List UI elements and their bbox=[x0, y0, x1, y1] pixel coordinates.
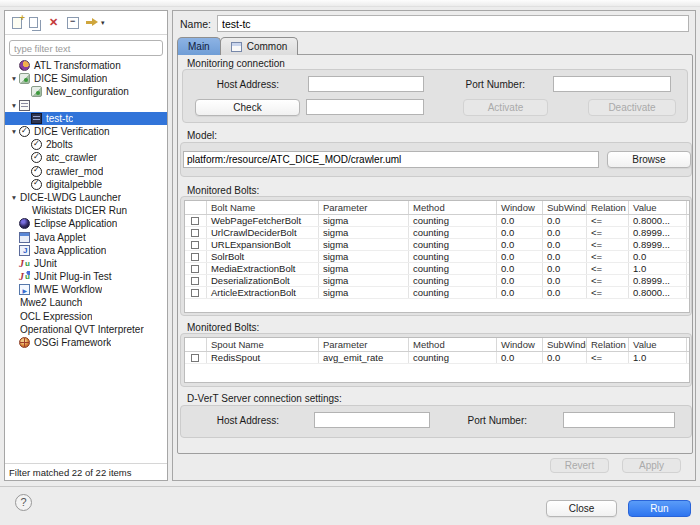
browse-button[interactable]: Browse bbox=[607, 151, 691, 168]
filter-launch-configs-icon[interactable] bbox=[86, 17, 98, 28]
row-checkbox[interactable] bbox=[191, 277, 199, 285]
expander-icon[interactable]: ▼ bbox=[9, 102, 19, 109]
column-header-parameter[interactable]: Parameter bbox=[319, 338, 409, 351]
tree-item-new-configuration[interactable]: New_configuration bbox=[5, 85, 167, 98]
common-tab-icon bbox=[231, 42, 242, 52]
table-cell: 0.0 bbox=[543, 227, 587, 238]
monitoring-host-input[interactable] bbox=[308, 76, 424, 92]
tree-item-2bolts[interactable]: 2bolts bbox=[5, 138, 167, 151]
close-button[interactable]: Close bbox=[546, 500, 617, 517]
tree-item-wikistats-dicer-run[interactable]: Wikistats DICER Run bbox=[5, 204, 167, 217]
tree-item-java-application[interactable]: Java Application bbox=[5, 244, 167, 257]
row-checkbox[interactable] bbox=[191, 265, 199, 273]
table-cell: 1.0 bbox=[629, 263, 687, 274]
dvert-host-input[interactable] bbox=[314, 412, 430, 428]
tree-item-mwe2-launch[interactable]: Mwe2 Launch bbox=[5, 296, 167, 309]
row-checkbox[interactable] bbox=[191, 241, 199, 249]
table-cell: counting bbox=[409, 287, 497, 298]
table-cell: ArticleExtractionBolt bbox=[207, 287, 319, 298]
tree-item-dice-simulation[interactable]: ▼DICE Simulation bbox=[5, 72, 167, 85]
name-input[interactable] bbox=[217, 15, 689, 32]
tree-item-junit-plug-in-test[interactable]: JUnit Plug-in Test bbox=[5, 270, 167, 283]
apply-button[interactable]: Apply bbox=[622, 458, 681, 473]
table-row[interactable]: MediaExtractionBoltsigmacounting0.00.0<=… bbox=[185, 263, 689, 275]
column-header-subwindo[interactable]: SubWindo bbox=[543, 201, 587, 214]
column-header-relation[interactable]: Relation bbox=[587, 201, 629, 214]
check-button[interactable]: Check bbox=[195, 99, 300, 116]
table-row[interactable]: URLExpansionBoltsigmacounting0.00.0<=0.8… bbox=[185, 239, 689, 251]
tree-item-osgi-framework[interactable]: OSGi Framework bbox=[5, 336, 167, 349]
checkbox-cell bbox=[185, 263, 207, 274]
activate-button[interactable]: Activate bbox=[463, 99, 548, 116]
table-row[interactable]: WebPageFetcherBoltsigmacounting0.00.0<=0… bbox=[185, 215, 689, 227]
expander-icon[interactable]: ▼ bbox=[9, 194, 19, 201]
tree-item-ocl-expression[interactable]: OCL Expression bbox=[5, 310, 167, 323]
tree-item-eclipse-application[interactable]: Eclipse Application bbox=[5, 217, 167, 230]
row-checkbox[interactable] bbox=[191, 217, 199, 225]
model-path-input[interactable] bbox=[183, 151, 599, 168]
tree-item-dice-lwdg-launcher[interactable]: ▼DICE-LWDG Launcher bbox=[5, 191, 167, 204]
help-button[interactable]: ? bbox=[15, 494, 32, 511]
tree-item-java-applet[interactable]: Java Applet bbox=[5, 230, 167, 243]
deactivate-button[interactable]: Deactivate bbox=[588, 99, 676, 116]
table-cell: DeserializationBolt bbox=[207, 275, 319, 286]
atl-icon bbox=[19, 60, 30, 71]
tree-item-mwe-workflow[interactable]: MWE Workflow bbox=[5, 283, 167, 296]
column-header-value[interactable]: Value bbox=[629, 338, 687, 351]
table-row[interactable]: ArticleExtractionBoltsigmacounting0.00.0… bbox=[185, 287, 689, 299]
collapse-all-icon[interactable] bbox=[67, 17, 79, 29]
monitored-spouts-label: Monitored Bolts: bbox=[187, 322, 259, 333]
tab-main[interactable]: Main bbox=[177, 37, 221, 55]
checkbox-cell bbox=[185, 215, 207, 226]
tree-item-atl-transformation[interactable]: ATL Transformation bbox=[5, 59, 167, 72]
tree-item-unnamed[interactable]: ▼ bbox=[5, 99, 167, 112]
expander-icon[interactable]: ▼ bbox=[9, 128, 19, 135]
delete-launch-config-icon[interactable] bbox=[47, 16, 60, 29]
doc-dark-icon bbox=[31, 113, 42, 124]
tree-item-digitalpebble[interactable]: digitalpebble bbox=[5, 178, 167, 191]
table-cell: 0.0 bbox=[543, 251, 587, 262]
run-button[interactable]: Run bbox=[628, 500, 691, 517]
duplicate-launch-config-icon[interactable] bbox=[29, 17, 38, 28]
check-result-field[interactable] bbox=[306, 99, 424, 115]
column-header-value[interactable]: Value bbox=[629, 201, 687, 214]
filter-input[interactable] bbox=[9, 40, 163, 56]
tree-item-dice-verification[interactable]: ▼DICE Verification bbox=[5, 125, 167, 138]
column-header-relation[interactable]: Relation bbox=[587, 338, 629, 351]
tree-item-junit[interactable]: JUnit bbox=[5, 257, 167, 270]
row-checkbox[interactable] bbox=[191, 289, 199, 297]
revert-button[interactable]: Revert bbox=[550, 458, 609, 473]
new-launch-config-icon[interactable] bbox=[12, 17, 22, 29]
row-checkbox[interactable] bbox=[191, 354, 199, 362]
column-header-window[interactable]: Window bbox=[497, 338, 543, 351]
table-cell: counting bbox=[409, 239, 497, 250]
row-checkbox[interactable] bbox=[191, 253, 199, 261]
dvert-port-input[interactable] bbox=[563, 412, 675, 428]
expander-icon[interactable]: ▼ bbox=[9, 75, 19, 82]
column-header-subwindo[interactable]: SubWindo bbox=[543, 338, 587, 351]
table-cell: counting bbox=[409, 227, 497, 238]
checkbox-cell bbox=[185, 239, 207, 250]
tree-item-operational-qvt-interpreter[interactable]: Operational QVT Interpreter bbox=[5, 323, 167, 336]
table-row[interactable]: RedisSpoutavg_emit_ratecounting0.00.0<=1… bbox=[185, 352, 689, 364]
table-row[interactable]: UrlCrawlDeciderBoltsigmacounting0.00.0<=… bbox=[185, 227, 689, 239]
column-header-spout-name[interactable]: Spout Name bbox=[207, 338, 319, 351]
monitoring-port-input[interactable] bbox=[553, 76, 671, 92]
table-row[interactable]: SolrBoltsigmacounting0.00.0<=0.0 bbox=[185, 251, 689, 263]
tree-item-label: Eclipse Application bbox=[33, 218, 117, 229]
footer-divider bbox=[0, 486, 700, 487]
row-checkbox[interactable] bbox=[191, 229, 199, 237]
column-header-method[interactable]: Method bbox=[409, 201, 497, 214]
column-header-window[interactable]: Window bbox=[497, 201, 543, 214]
tree-item-crawler-mod[interactable]: crawler_mod bbox=[5, 165, 167, 178]
tree-item-atc-crawler[interactable]: atc_crawler bbox=[5, 151, 167, 164]
tab-common[interactable]: Common bbox=[220, 37, 299, 55]
column-header-bolt-name[interactable]: Bolt Name bbox=[207, 201, 319, 214]
filter-dropdown-caret-icon[interactable]: ▾ bbox=[101, 19, 105, 27]
table-cell: 0.8999... bbox=[629, 275, 687, 286]
table-row[interactable]: DeserializationBoltsigmacounting0.00.0<=… bbox=[185, 275, 689, 287]
table-cell: 0.8999... bbox=[629, 227, 687, 238]
column-header-method[interactable]: Method bbox=[409, 338, 497, 351]
column-header-parameter[interactable]: Parameter bbox=[319, 201, 409, 214]
tree-item-test-tc[interactable]: test-tc bbox=[5, 112, 167, 125]
